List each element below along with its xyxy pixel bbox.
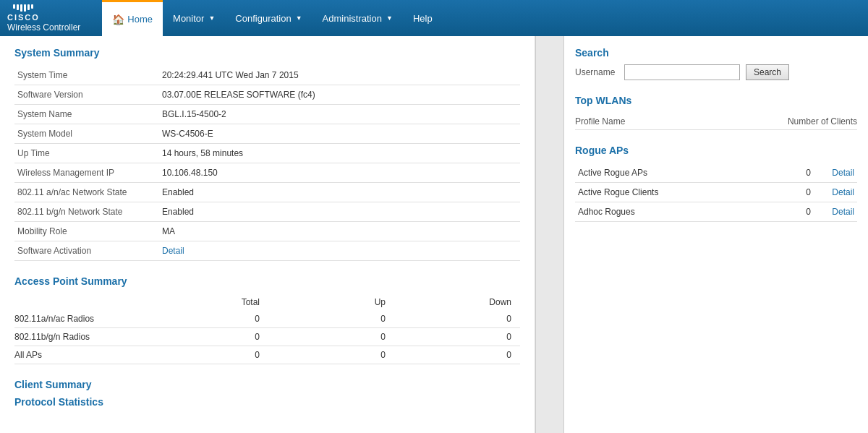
- ap-row-total: 0: [142, 310, 268, 328]
- rogue-count: 0: [785, 183, 814, 202]
- system-row-label: Mobility Role: [14, 222, 159, 241]
- system-summary-row: Wireless Management IP10.106.48.150: [14, 163, 520, 183]
- ap-row-label: 802.11a/n/ac Radios: [14, 310, 142, 328]
- system-row-value: Enabled: [159, 202, 520, 222]
- wlans-header: Profile Name Number of Clients: [575, 113, 857, 130]
- monitor-dropdown-arrow: ▼: [208, 14, 215, 22]
- rogue-detail-link[interactable]: Detail: [832, 187, 854, 197]
- ap-summary-row: All APs000: [14, 346, 520, 364]
- rogue-aps-section: Rogue APs Active Rogue APs0DetailActive …: [575, 145, 857, 222]
- system-summary-title: System Summary: [14, 47, 520, 59]
- ap-row-up: 0: [268, 310, 394, 328]
- search-button[interactable]: Search: [746, 64, 789, 80]
- ap-summary-table: Total Up Down 802.11a/n/ac Radios000802.…: [14, 294, 520, 364]
- configuration-dropdown-arrow: ▼: [296, 14, 302, 22]
- nav-home-label: Home: [127, 14, 153, 25]
- ap-row-total: 0: [142, 328, 268, 346]
- ap-row-label: All APs: [14, 346, 142, 364]
- system-row-value: 20:24:29.441 UTC Wed Jan 7 2015: [159, 66, 520, 85]
- ap-row-up: 0: [268, 328, 394, 346]
- rogue-detail-link[interactable]: Detail: [832, 168, 854, 178]
- client-summary-section: Client Summary: [14, 379, 520, 390]
- header: CISCO Wireless Controller 🏠 Home Monitor…: [0, 0, 868, 36]
- rogue-row: Active Rogue APs0Detail: [575, 163, 857, 183]
- system-summary-row: System Time20:24:29.441 UTC Wed Jan 7 20…: [14, 66, 520, 85]
- ap-col-up: Up: [268, 294, 394, 310]
- rogue-label: Active Rogue Clients: [575, 183, 785, 202]
- cisco-logo: CISCO: [7, 4, 40, 22]
- administration-dropdown-arrow: ▼: [386, 14, 393, 22]
- top-wlans-section: Top WLANs Profile Name Number of Clients: [575, 95, 857, 130]
- protocol-statistics-link[interactable]: Protocol Statistics: [14, 396, 520, 408]
- client-summary-link[interactable]: Client Summary: [14, 379, 520, 390]
- search-title: Search: [575, 47, 857, 59]
- search-row: Username Search: [575, 64, 857, 80]
- detail-link[interactable]: Detail: [162, 246, 184, 256]
- ap-row-down: 0: [394, 310, 520, 328]
- ap-summary-section: Access Point Summary Total Up Down 802.1…: [14, 275, 520, 364]
- ap-row-up: 0: [268, 346, 394, 364]
- system-row-value[interactable]: Detail: [159, 241, 520, 261]
- ap-row-label: 802.11b/g/n Radios: [14, 328, 142, 346]
- top-wlans-title: Top WLANs: [575, 95, 857, 106]
- protocol-statistics-section: Protocol Statistics: [14, 396, 520, 408]
- search-section: Search Username Search: [575, 47, 857, 80]
- nav-home[interactable]: 🏠 Home: [102, 0, 163, 36]
- ap-row-total: 0: [142, 346, 268, 364]
- system-row-label: Software Version: [14, 85, 159, 105]
- rogue-row: Active Rogue Clients0Detail: [575, 183, 857, 202]
- system-row-value: Enabled: [159, 183, 520, 202]
- system-row-value: MA: [159, 222, 520, 241]
- nav-help-label: Help: [413, 13, 433, 24]
- system-summary-row: System ModelWS-C4506-E: [14, 124, 520, 144]
- divider-col: [535, 36, 564, 433]
- system-summary-row: Software ActivationDetail: [14, 241, 520, 261]
- ap-summary-title: Access Point Summary: [14, 275, 520, 287]
- main-layout: System Summary System Time20:24:29.441 U…: [0, 36, 868, 433]
- system-row-value: 10.106.48.150: [159, 163, 520, 183]
- rogue-detail-link[interactable]: Detail: [832, 207, 854, 217]
- system-summary-table: System Time20:24:29.441 UTC Wed Jan 7 20…: [14, 66, 520, 261]
- rogue-count: 0: [785, 202, 814, 222]
- home-icon: 🏠: [112, 14, 124, 25]
- ap-col-down: Down: [394, 294, 520, 310]
- ap-col-label: [14, 294, 142, 310]
- system-row-label: System Model: [14, 124, 159, 144]
- nav-administration-label: Administration: [323, 13, 382, 24]
- rogue-detail-cell[interactable]: Detail: [814, 183, 857, 202]
- system-row-value: 14 hours, 58 minutes: [159, 144, 520, 163]
- system-row-value: BGL.I.15-4500-2: [159, 105, 520, 124]
- username-label: Username: [575, 67, 618, 77]
- system-summary-row: Mobility RoleMA: [14, 222, 520, 241]
- rogue-aps-table: Active Rogue APs0DetailActive Rogue Clie…: [575, 163, 857, 222]
- rogue-detail-cell[interactable]: Detail: [814, 163, 857, 183]
- system-row-label: Up Time: [14, 144, 159, 163]
- system-summary-row: 802.11 a/n/ac Network StateEnabled: [14, 183, 520, 202]
- system-row-value: 03.07.00E RELEASE SOFTWARE (fc4): [159, 85, 520, 105]
- app-title: Wireless Controller: [7, 22, 80, 33]
- nav-bar: 🏠 Home Monitor ▼ Configuration ▼ Adminis…: [102, 0, 442, 36]
- system-row-label: Software Activation: [14, 241, 159, 261]
- nav-monitor-label: Monitor: [173, 13, 204, 24]
- nav-administration[interactable]: Administration ▼: [312, 0, 403, 36]
- system-summary-row: System NameBGL.I.15-4500-2: [14, 105, 520, 124]
- system-summary-row: 802.11 b/g/n Network StateEnabled: [14, 202, 520, 222]
- left-content: System Summary System Time20:24:29.441 U…: [0, 36, 535, 433]
- system-row-label: Wireless Management IP: [14, 163, 159, 183]
- ap-summary-row: 802.11b/g/n Radios000: [14, 328, 520, 346]
- nav-configuration[interactable]: Configuration ▼: [225, 0, 312, 36]
- system-row-label: 802.11 a/n/ac Network State: [14, 183, 159, 202]
- rogue-detail-cell[interactable]: Detail: [814, 202, 857, 222]
- ap-summary-row: 802.11a/n/ac Radios000: [14, 310, 520, 328]
- username-input[interactable]: [624, 64, 740, 80]
- rogue-aps-title: Rogue APs: [575, 145, 857, 156]
- system-row-label: System Time: [14, 66, 159, 85]
- ap-row-down: 0: [394, 346, 520, 364]
- wlans-profile-label: Profile Name: [575, 116, 625, 127]
- system-row-label: System Name: [14, 105, 159, 124]
- system-summary-section: System Summary System Time20:24:29.441 U…: [14, 47, 520, 261]
- nav-monitor[interactable]: Monitor ▼: [163, 0, 225, 36]
- system-summary-row: Up Time14 hours, 58 minutes: [14, 144, 520, 163]
- system-summary-row: Software Version03.07.00E RELEASE SOFTWA…: [14, 85, 520, 105]
- nav-help[interactable]: Help: [403, 0, 443, 36]
